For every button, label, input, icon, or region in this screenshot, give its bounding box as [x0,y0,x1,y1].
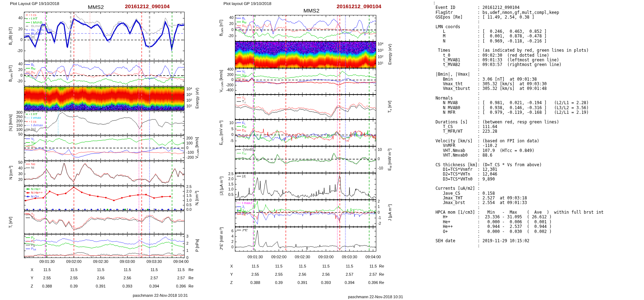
legend-label: EN [242,128,246,132]
y-axis-title-e-lmn: ELMN [mV m-1] [219,111,224,154]
legend-label: BL brst [31,32,42,35]
legend-label: N O+ [31,195,39,198]
event-id-middle: 20161212_090104 [337,3,381,9]
xyz-cell: 0.388 [36,284,58,288]
x-tick-label: 09:01:30 [244,255,267,259]
xyz-cell: 0.394 [339,280,360,285]
y-tick-label: 104 [186,87,192,91]
legend-label: T⊥ [31,216,35,220]
xyz-unit: Re [379,264,384,268]
y-tick-label: 101 [378,61,383,66]
y-tick-label: -2 [378,222,381,226]
xyz-cell: 11.5 [117,268,138,272]
event-id-left: 20161212_090104 [125,3,170,9]
xyz-cell: 0.391 [90,284,111,288]
legend-label: t vmax [31,116,41,120]
y-axis-title-pressure: P [nPa] [195,224,199,267]
y-tick-label: 103 [378,49,383,53]
xyz-row-label: X [31,268,33,272]
xyz-cell: 2.55 [63,276,85,280]
y-tick-label: 0 [378,210,380,215]
legend-label: |B| [31,36,35,39]
y-tick-label: 0.0 [186,208,192,212]
xyz-cell: 2.56 [292,272,313,276]
y-tick-label: 103 [186,93,192,97]
y-tick-label: 3 [186,234,188,239]
y-tick-label: 1 [186,249,188,253]
y-tick-label: -200 [186,156,194,160]
y-axis-title-b-lmn: BLMN [nT] [219,6,224,49]
x-tick-label: 09:02:00 [267,255,290,259]
xyz-unit: Re [379,280,384,285]
legend-label: JN [242,212,246,216]
y-tick-label: 2.5 [186,185,192,189]
y-axis-title-ti: Ti [eV] [8,201,14,244]
y-tick-label: 102 [186,98,192,103]
plot-layout-version-left: Plot Layout GP 19/10/2018 [10,1,59,6]
legend-label: |J| [242,174,246,178]
xyz-unit: Re [188,276,193,280]
xyz-unit: Re [188,268,193,272]
x-tick-label: 09:01:30 [36,259,59,264]
legend-label: J*E' [242,228,248,232]
legend-label: t dvmax [31,123,43,127]
xyz-unit: Re [379,272,384,276]
x-tick-label: 09:03:30 [143,259,166,264]
legend-label: t HT [31,17,37,20]
y-tick-label: 100 [186,141,193,146]
spacecraft-title-left: MMS2 [88,4,104,10]
screenshot-root: Plot Layout GP 19/10/2018 MMS2 20161212_… [0,0,644,300]
y-tick-label: 102 [378,55,383,59]
xyz-row-label: Y [31,276,33,280]
x-tick-label: 09:02:30 [291,255,314,259]
xyz-cell: 2.57 [339,272,360,276]
signature-left: paschmann 22-Nov-2018 10:31 [133,293,188,298]
info-panel-text: : Event ID : 20161212_090104 FlagStr : b… [433,1,604,248]
xyz-cell: 0.39 [63,284,85,288]
y-tick-label: 1.0 [186,198,192,203]
y-tick-label: 101 [186,104,192,108]
y-axis-title-j-lmn: J [µA m-2] [388,191,392,234]
y-tick-label: 104 [378,42,383,46]
legend-label: EM [242,151,246,155]
legend-label: N He++ [31,191,43,194]
x-tick-label: 09:03:00 [315,255,337,259]
legend-label: T⊥ [242,100,246,103]
y-axis-title-ve-lmn: Ve LMN [km/s] [219,60,224,102]
x-tick-label: 09:04:00 [170,259,192,264]
y-tick-label: 1.5 [186,194,192,198]
y-axis-title-em-vexb: EM [mW m-2] [387,138,393,181]
xyz-cell: 11.5 [144,268,165,272]
y-axis-title-e-spectrogram: Energy (eV) [388,33,392,76]
xyz-cell: 2.56 [315,272,337,276]
xyz-cell: 0.391 [292,280,313,285]
y-tick-label: 200 [186,136,193,141]
xyz-cell: 0.394 [144,284,165,288]
y-axis-title-n-density: N [cm-3] [9,151,13,194]
x-tick-label: 09:02:00 [62,259,85,264]
xyz-cell: 11.5 [36,268,58,272]
y-tick-label: 1 [378,205,380,209]
xyz-row-label: Y [230,272,233,276]
xyz-cell: 0.388 [245,280,266,285]
y-tick-label: -1 [378,216,381,220]
x-tick-label: 09:02:30 [89,259,112,264]
signature-middle: paschmann 22-Nov-2018 10:31 [348,295,403,299]
xyz-cell: 11.5 [268,264,290,268]
y-axis-title-ion-spectrogram: Energy (eV) [195,77,199,120]
xyz-cell: 2.55 [245,272,266,276]
xyz-cell: 11.5 [339,264,360,268]
xyz-cell: 2.56 [90,276,111,280]
y-axis-title-te: Te [eV] [387,85,393,128]
y-axis-title-vi-lmn: Vi LMN [km/s] [195,126,200,169]
plot-layout-version-middle: Plot layout GP 19/10/2018 [223,1,271,6]
xyz-cell: 2.55 [268,272,290,276]
xyz-unit: Re [188,284,193,288]
xyz-cell: 11.5 [292,264,313,268]
xyz-cell: 11.5 [245,264,266,268]
xyz-cell: 11.5 [90,268,111,272]
xyz-row-label: X [230,264,233,268]
y-axis-title-b-lmn: BLMN [nT] [8,52,14,95]
y-tick-label: 0 [186,146,188,150]
legend-label: BLmvmax [31,24,46,28]
